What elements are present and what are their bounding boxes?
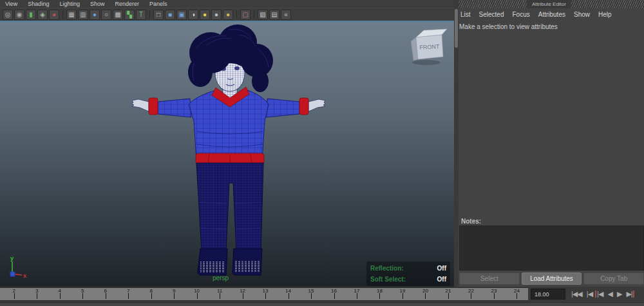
pan-zoom-tool-icon[interactable]: ◎ — [3, 10, 13, 20]
playback-controls: |◀◀|◀|◀◀▶▶| — [571, 289, 633, 300]
timeline-frame[interactable]: 8 — [140, 288, 162, 300]
go-to-start-button[interactable]: |◀◀ — [571, 289, 583, 300]
frame-tick — [425, 293, 426, 299]
attribute-editor-menu-item[interactable]: Focus — [512, 11, 529, 18]
step-back-frame-button[interactable]: |◀ — [596, 289, 603, 300]
current-time-field[interactable]: 18.00 — [531, 289, 565, 300]
play-backward-button[interactable]: ◀ — [607, 289, 612, 300]
timeline-frame[interactable]: 13 — [254, 288, 276, 300]
frame-tick — [289, 293, 289, 299]
safe-title-icon[interactable]: ▚ — [124, 10, 135, 20]
character-right-shoe — [232, 249, 262, 275]
select-button[interactable]: Select — [459, 273, 520, 285]
timeline-frame[interactable]: 7 — [117, 288, 139, 300]
resolution-gate-icon[interactable]: ▥ — [78, 10, 88, 20]
default-light-icon[interactable]: ● — [200, 10, 210, 20]
frame-tick — [174, 293, 175, 299]
timeline-frame[interactable]: 11 — [208, 288, 231, 300]
scrollbar-thumb[interactable] — [455, 9, 458, 48]
frame-tick — [311, 293, 312, 299]
timeline-frame[interactable]: 10 — [185, 288, 208, 300]
timeline-frame[interactable]: 3 — [25, 288, 48, 300]
axis-indicator: y x — [4, 254, 31, 281]
viewport-menu-item[interactable]: Renderer — [115, 1, 139, 7]
timeline-frame[interactable]: 21 — [437, 288, 459, 300]
attribute-editor-menu-item[interactable]: Selected — [479, 11, 504, 18]
attribute-editor-menu-item[interactable]: List — [460, 11, 471, 18]
shaded-mode-icon[interactable]: ■ — [165, 10, 175, 20]
flat-light-icon[interactable]: ● — [211, 10, 222, 20]
attribute-editor-titlebar[interactable]: Attribute Editor — [454, 0, 644, 8]
timeline-frame[interactable]: 18 — [368, 288, 391, 300]
glow-light-icon[interactable]: ● — [223, 10, 233, 20]
select-highlight-icon[interactable]: ▢ — [240, 10, 251, 20]
frame-tick — [60, 293, 61, 299]
frame-tick — [151, 293, 152, 299]
character-right-hand — [308, 99, 325, 111]
timeline-frame[interactable]: 6 — [94, 288, 117, 300]
timeline-frame[interactable]: 24 — [506, 288, 528, 300]
timeline-frame[interactable]: 4 — [48, 288, 71, 300]
bookmark-icon[interactable]: ▮ — [26, 10, 36, 20]
film-gate-icon[interactable]: ▦ — [66, 10, 77, 20]
connections-icon[interactable]: « — [281, 10, 291, 20]
attribute-editor-menu-item[interactable]: Attributes — [538, 11, 565, 18]
notes-input[interactable] — [459, 225, 644, 271]
timeline-frame[interactable]: 22 — [460, 288, 482, 300]
viewport-panel: ViewShadingLightingShowRendererPanels ◎◉… — [0, 0, 454, 287]
viewport-menu-item[interactable]: Lighting — [59, 1, 80, 7]
copy-tab-button[interactable]: Copy Tab — [583, 273, 644, 285]
frame-tick — [14, 293, 15, 299]
frame-tick — [37, 293, 37, 299]
attribute-editor-panel: Attribute Editor ListSelectedFocusAttrib… — [454, 0, 644, 287]
timeline-frame[interactable]: 16 — [323, 288, 345, 300]
gate-mask-icon[interactable]: ● — [90, 10, 100, 20]
timeline-frame[interactable]: 23 — [482, 288, 505, 300]
frame-text-icon[interactable]: T — [136, 10, 146, 20]
timeline-frame[interactable]: 19 — [391, 288, 413, 300]
timeline-frame[interactable]: 12 — [231, 288, 254, 300]
use-all-lights-icon[interactable]: ◑ — [188, 10, 198, 20]
frame-tick — [357, 293, 357, 299]
timeline-frame[interactable]: 17 — [345, 288, 368, 300]
toolbar-separator[interactable] — [236, 10, 237, 19]
timeline-frame[interactable]: 20 — [414, 288, 437, 300]
timeline-ruler[interactable]: 2 3 4 5 6 7 8 9 — [0, 287, 528, 301]
range-slider[interactable] — [0, 302, 644, 306]
timeline-frame[interactable]: 5 — [71, 288, 93, 300]
step-back-key-button[interactable]: |◀ — [586, 289, 593, 300]
frame-tick — [516, 293, 517, 299]
timeline-frame[interactable]: 15 — [299, 288, 322, 300]
toolbar-separator[interactable] — [149, 10, 150, 19]
isolate-select-icon[interactable]: ▧ — [258, 10, 268, 20]
go-to-end-button[interactable]: ▶| — [625, 289, 632, 300]
viewport-menu-item[interactable]: View — [5, 1, 17, 7]
toolbar-separator[interactable] — [62, 10, 63, 19]
panel-divider[interactable] — [454, 0, 459, 287]
wireframe-mode-icon[interactable]: □ — [153, 10, 164, 20]
viewport-menu-item[interactable]: Show — [90, 1, 105, 7]
attribute-editor-menu-item[interactable]: Show — [574, 11, 590, 18]
viewport-menubar: ViewShadingLightingShowRendererPanels — [0, 0, 454, 8]
timeline-frame[interactable]: 9 — [162, 288, 185, 300]
track-tool-icon[interactable]: ◉ — [14, 10, 24, 20]
safe-action-icon[interactable]: ▩ — [113, 10, 123, 20]
toolbar-separator[interactable] — [254, 10, 254, 19]
play-forward-button[interactable]: ▶ — [616, 289, 622, 300]
camera-name-label: persp — [213, 274, 229, 282]
viewport-menu-item[interactable]: Panels — [149, 1, 167, 7]
textured-mode-icon[interactable]: ▣ — [176, 10, 187, 20]
isolate-copy-icon[interactable]: ▤ — [269, 10, 279, 20]
attribute-editor-menu-item[interactable]: Help — [598, 11, 612, 18]
load-attributes-button[interactable]: Load Attributes — [522, 273, 582, 285]
character-model[interactable] — [132, 22, 325, 286]
timeline-frame[interactable]: 2 — [3, 288, 25, 300]
viewport-3d[interactable]: FRONT y x Reflection: Off Soft Select: O… — [0, 22, 454, 287]
frame-tick — [448, 293, 449, 299]
timeline-frame[interactable]: 14 — [277, 288, 299, 300]
image-plane-icon[interactable]: ◈ — [37, 10, 48, 20]
pivot-icon[interactable]: ● — [49, 10, 59, 20]
viewport-menu-item[interactable]: Shading — [28, 1, 49, 7]
field-chart-icon[interactable]: ○ — [101, 10, 111, 20]
view-cube[interactable]: FRONT — [407, 27, 450, 67]
